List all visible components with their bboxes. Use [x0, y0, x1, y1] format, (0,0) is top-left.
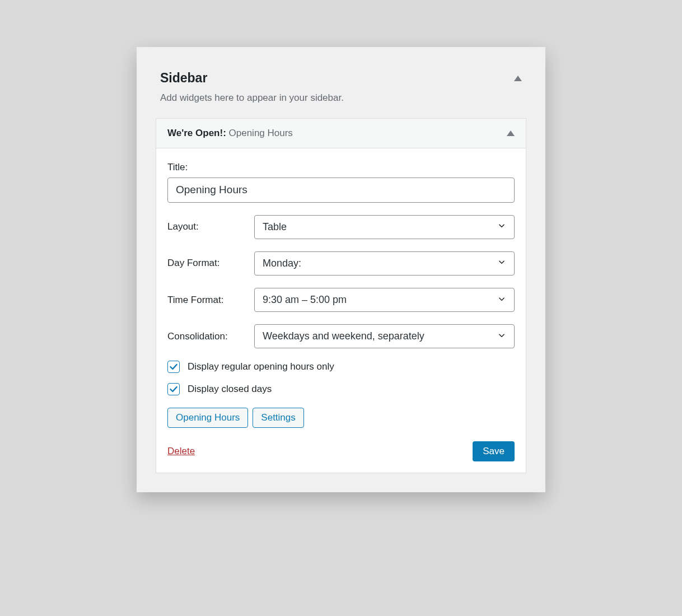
layout-label: Layout: — [167, 221, 254, 232]
settings-button[interactable]: Settings — [253, 408, 303, 428]
layout-row: Layout: Table — [167, 215, 515, 239]
widgets-panel: Sidebar Add widgets here to appear in yo… — [137, 47, 545, 492]
day-format-select[interactable]: Monday: — [254, 251, 515, 276]
button-row: Opening Hours Settings — [167, 408, 515, 428]
sidebar-header: Sidebar Add widgets here to appear in yo… — [156, 71, 526, 114]
regular-only-checkbox-row[interactable]: Display regular opening hours only — [167, 361, 515, 373]
time-format-label: Time Format: — [167, 295, 254, 306]
day-format-label: Day Format: — [167, 258, 254, 269]
title-input[interactable] — [167, 178, 515, 203]
title-label: Title: — [167, 162, 515, 173]
time-format-select[interactable]: 9:30 am – 5:00 pm — [254, 288, 515, 312]
consolidation-select[interactable]: Weekdays and weekend, separately — [254, 324, 515, 348]
day-format-select-wrapper: Monday: — [254, 251, 515, 276]
widget-name: We're Open!: — [167, 128, 229, 138]
save-button[interactable]: Save — [473, 441, 515, 461]
delete-link[interactable]: Delete — [167, 446, 195, 457]
closed-days-checkbox-row[interactable]: Display closed days — [167, 383, 515, 395]
widget-body: Title: Layout: Table Day Format: Monday: — [156, 148, 526, 473]
consolidation-select-wrapper: Weekdays and weekend, separately — [254, 324, 515, 348]
time-format-select-wrapper: 9:30 am – 5:00 pm — [254, 288, 515, 312]
sidebar-title-row: Sidebar — [160, 71, 522, 86]
sidebar-description: Add widgets here to appear in your sideb… — [160, 92, 522, 104]
collapse-widget-icon[interactable] — [507, 130, 515, 136]
widget-subtitle: Opening Hours — [229, 128, 293, 138]
consolidation-label: Consolidation: — [167, 331, 254, 342]
regular-only-label: Display regular opening hours only — [188, 361, 334, 372]
collapse-sidebar-icon[interactable] — [514, 76, 522, 81]
footer-row: Delete Save — [167, 441, 515, 461]
consolidation-row: Consolidation: Weekdays and weekend, sep… — [167, 324, 515, 348]
sidebar-title: Sidebar — [160, 71, 207, 86]
widget-header[interactable]: We're Open!: Opening Hours — [156, 119, 526, 148]
layout-select-wrapper: Table — [254, 215, 515, 239]
day-format-row: Day Format: Monday: — [167, 251, 515, 276]
opening-hours-button[interactable]: Opening Hours — [167, 408, 248, 428]
widget-box: We're Open!: Opening Hours Title: Layout… — [156, 118, 526, 473]
widget-title-group: We're Open!: Opening Hours — [167, 128, 293, 139]
closed-days-checkbox[interactable] — [167, 383, 180, 395]
regular-only-checkbox[interactable] — [167, 361, 180, 373]
time-format-row: Time Format: 9:30 am – 5:00 pm — [167, 288, 515, 312]
layout-select[interactable]: Table — [254, 215, 515, 239]
closed-days-label: Display closed days — [188, 384, 272, 395]
